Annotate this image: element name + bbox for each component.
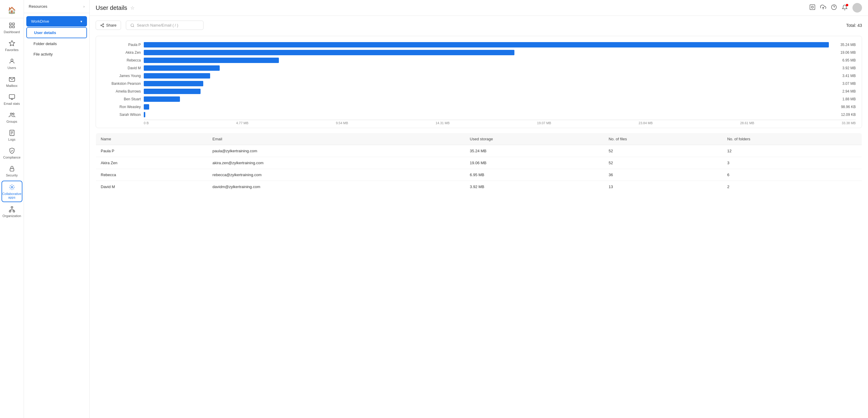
dashboard-icon <box>8 22 16 29</box>
notification-wrapper[interactable] <box>842 4 848 11</box>
favorite-star-icon[interactable]: ☆ <box>130 5 134 11</box>
chevron-right-icon: › <box>83 4 85 9</box>
chart-row-value: 6.95 MB <box>832 58 856 62</box>
share-button[interactable]: Share <box>96 21 121 30</box>
cell-folders: 6 <box>722 169 862 181</box>
chart-row: Paula P 35.24 MB <box>102 42 856 47</box>
chart-row: Bankston Pearson 3.07 MB <box>102 81 856 86</box>
sidebar-item-dashboard[interactable]: Dashboard <box>1 20 23 36</box>
cell-email: akira.zen@zylkertraining.com <box>208 157 465 169</box>
sidebar-item-favorites[interactable]: Favorites <box>1 37 23 54</box>
chart-row: David M 3.92 MB <box>102 65 856 71</box>
cell-name: Akira Zen <box>96 157 208 169</box>
col-header-storage: Used storage <box>465 133 604 145</box>
cell-files: 52 <box>604 145 722 157</box>
help-icon[interactable] <box>831 4 837 12</box>
svg-rect-33 <box>810 4 815 9</box>
svg-rect-16 <box>10 168 14 171</box>
axis-label: 9.54 MB <box>336 121 348 125</box>
chart-row-value: 3.41 MB <box>832 74 856 78</box>
sidebar-folder-details-item[interactable]: Folder details <box>26 39 87 49</box>
chart-row: Akira Zen 19.06 MB <box>102 50 856 55</box>
cell-email: paula@zylkertraining.com <box>208 145 465 157</box>
top-bar: User details ☆ <box>90 0 868 16</box>
total-label: Total: 43 <box>846 23 862 28</box>
chart-row-label: David M <box>102 66 141 70</box>
sidebar-item-compliance[interactable]: Compliance <box>1 145 23 162</box>
toolbar-left: Share Search Name/Email ( / ) <box>96 21 204 30</box>
chart-axis: 0 B4.77 MB9.54 MB14.31 MB19.07 MB23.84 M… <box>144 120 856 125</box>
chart-row-label: Ben Stuart <box>102 97 141 101</box>
sidebar-item-security[interactable]: Security <box>1 163 23 179</box>
svg-line-23 <box>13 188 14 189</box>
chart-row-label: Rebecca <box>102 58 141 62</box>
sidebar-item-organization[interactable]: Organization <box>1 203 23 220</box>
sidebar-item-label-mailbox: Mailbox <box>6 84 18 88</box>
sidebar-workdrive-item[interactable]: WorkDrive ▾ <box>26 16 87 27</box>
sidebar-item-label-dashboard: Dashboard <box>4 30 20 34</box>
search-placeholder: Search Name/Email ( / ) <box>137 23 179 28</box>
table-row[interactable]: Paula P paula@zylkertraining.com 35.24 M… <box>96 145 862 157</box>
chart-bar <box>144 112 145 117</box>
chart-row: Ron Weasley 98.96 KB <box>102 104 856 110</box>
upload-icon[interactable] <box>820 4 826 12</box>
svg-line-24 <box>10 188 10 189</box>
chart-bar-container <box>144 81 829 86</box>
sidebar-user-details-item[interactable]: User details <box>26 27 87 38</box>
cell-files: 52 <box>604 157 722 169</box>
svg-point-11 <box>12 113 14 115</box>
svg-marker-4 <box>9 41 14 46</box>
table-row[interactable]: David M davidm@zylkertraining.com 3.92 M… <box>96 181 862 193</box>
search-box[interactable]: Search Name/Email ( / ) <box>126 21 204 30</box>
cell-email: rebecca@zylkertraining.com <box>208 169 465 181</box>
chart-row: Ben Stuart 1.88 MB <box>102 97 856 102</box>
table-row[interactable]: Akira Zen akira.zen@zylkertraining.com 1… <box>96 157 862 169</box>
chart-row: Sarah Wilson 12.09 KB <box>102 112 856 117</box>
chart-row-label: Sarah Wilson <box>102 112 141 117</box>
sidebar-file-activity-item[interactable]: File activity <box>26 49 87 59</box>
cell-folders: 3 <box>722 157 862 169</box>
chart-row-value: 35.24 MB <box>832 43 856 47</box>
chart-bar <box>144 89 200 94</box>
svg-rect-7 <box>9 95 14 99</box>
chart-bar <box>144 42 829 47</box>
axis-label: 19.07 MB <box>537 121 551 125</box>
cell-name: David M <box>96 181 208 193</box>
chart-row-label: James Young <box>102 74 141 78</box>
axis-label: 4.77 MB <box>236 121 248 125</box>
table-row[interactable]: Rebecca rebecca@zylkertraining.com 6.95 … <box>96 169 862 181</box>
toolbar: Share Search Name/Email ( / ) Total: 43 <box>96 21 862 30</box>
sidebar-second: Resources › WorkDrive ▾ User details Fol… <box>24 0 90 418</box>
cell-name: Paula P <box>96 145 208 157</box>
cell-files: 36 <box>604 169 722 181</box>
avatar[interactable] <box>852 3 862 12</box>
svg-rect-0 <box>9 23 11 25</box>
svg-point-17 <box>11 186 13 188</box>
chart-rows: Paula P 35.24 MB Akira Zen 19.06 MB Rebe… <box>102 42 856 117</box>
users-icon <box>8 58 16 65</box>
sidebar-item-mailbox[interactable]: Mailbox <box>1 73 23 90</box>
sidebar-item-groups[interactable]: Groups <box>1 109 23 126</box>
sidebar-second-header-label: Resources <box>29 4 47 9</box>
chart-row: Rebecca 6.95 MB <box>102 58 856 63</box>
chart-bar-container <box>144 112 829 117</box>
sidebar-item-label-groups: Groups <box>6 120 17 123</box>
chart-row: James Young 3.41 MB <box>102 73 856 78</box>
organization-icon <box>8 206 16 213</box>
svg-rect-2 <box>9 26 11 28</box>
sidebar-item-email-stats[interactable]: Email stats <box>1 91 23 108</box>
chart-row-value: 3.92 MB <box>832 66 856 70</box>
svg-line-41 <box>102 25 103 26</box>
sidebar-item-users[interactable]: Users <box>1 55 23 72</box>
share-icon <box>100 23 104 28</box>
svg-point-40 <box>103 26 104 27</box>
chart-bar <box>144 104 149 110</box>
chart-bar-container <box>144 97 829 102</box>
app-logo: 🏠 <box>0 3 24 18</box>
sidebar-item-logs[interactable]: Logs <box>1 127 23 144</box>
svg-rect-3 <box>12 26 14 28</box>
groups-icon <box>8 111 16 118</box>
screenshot-icon[interactable] <box>809 4 815 12</box>
sidebar-item-collaborative-apps[interactable]: Collaborative apps <box>1 181 23 202</box>
chart-bar <box>144 73 210 78</box>
